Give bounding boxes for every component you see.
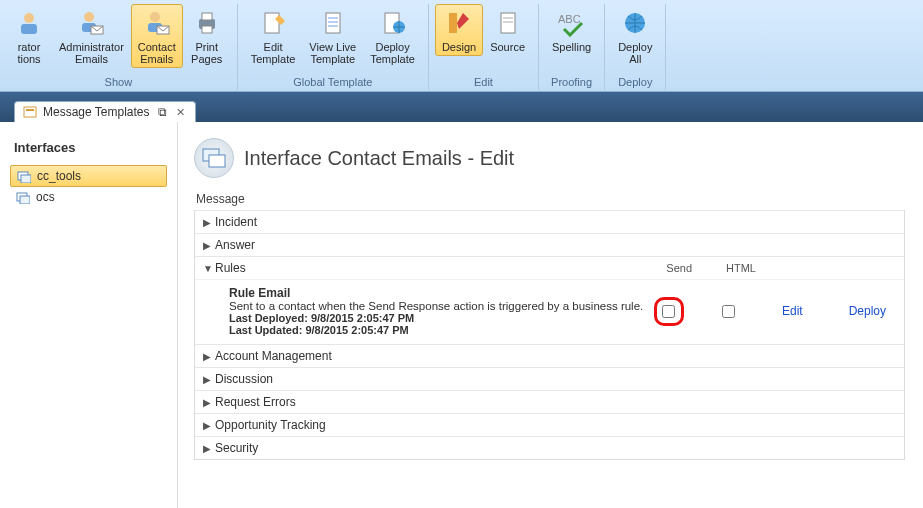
ribbon-group-label: Proofing — [551, 76, 592, 90]
ribbon-group-deploy: DeployAll Deploy — [605, 4, 666, 90]
doc-lines-icon — [317, 7, 349, 39]
rule-email-row: Rule Email Sent to a contact when the Se… — [195, 279, 904, 344]
svg-point-0 — [24, 13, 34, 23]
rule-updated: Last Updated: 9/8/2015 2:05:47 PM — [229, 324, 654, 336]
ribbon-btn-edit-template[interactable]: EditTemplate — [244, 4, 303, 68]
sidebar: Interfaces cc_tools ocs — [0, 122, 178, 508]
category-account-management[interactable]: ▶ Account Management — [195, 344, 904, 367]
ribbon-group-edit: Design Source Edit — [429, 4, 539, 90]
sidebar-item-label: ocs — [36, 190, 55, 204]
send-checkbox-highlight — [654, 297, 684, 326]
rule-deployed: Last Deployed: 9/8/2015 2:05:47 PM — [229, 312, 654, 324]
message-panel: ▶ Incident ▶ Answer ▼ Rules Send HTML Ru… — [194, 210, 905, 460]
sidebar-item-ocs[interactable]: ocs — [10, 187, 167, 207]
ribbon-btn-design[interactable]: Design — [435, 4, 483, 56]
svg-text:ABC: ABC — [558, 13, 581, 25]
svg-rect-29 — [20, 196, 30, 204]
deploy-link[interactable]: Deploy — [841, 304, 894, 318]
svg-rect-12 — [326, 13, 340, 33]
ribbon-group-label: Deploy — [618, 76, 652, 90]
printer-icon — [191, 7, 223, 39]
ribbon-btn-rator-tions[interactable]: ratortions — [6, 4, 52, 68]
rule-desc: Sent to a contact when the Send Response… — [229, 300, 654, 312]
page-title: Interface Contact Emails - Edit — [244, 147, 514, 170]
svg-point-2 — [84, 12, 94, 22]
content-area: Interfaces cc_tools ocs Interface Contac… — [0, 122, 923, 508]
svg-rect-27 — [21, 175, 31, 183]
ribbon-btn-deploy-template[interactable]: DeployTemplate — [363, 4, 422, 68]
tab-label: Message Templates — [43, 105, 150, 119]
chevron-right-icon: ▶ — [203, 217, 215, 228]
ribbon-btn-source[interactable]: Source — [483, 4, 532, 56]
category-opportunity-tracking[interactable]: ▶ Opportunity Tracking — [195, 413, 904, 436]
category-discussion[interactable]: ▶ Discussion — [195, 367, 904, 390]
chevron-right-icon: ▶ — [203, 397, 215, 408]
col-send: Send — [666, 262, 692, 274]
category-incident[interactable]: ▶ Incident — [195, 210, 904, 233]
ribbon-group-label: Show — [105, 76, 133, 90]
ribbon-group-global-template: EditTemplate View LiveTemplate DeployTem… — [238, 4, 429, 90]
sidebar-item-cc-tools[interactable]: cc_tools — [10, 165, 167, 187]
send-checkbox[interactable] — [662, 305, 675, 318]
category-request-errors[interactable]: ▶ Request Errors — [195, 390, 904, 413]
col-html: HTML — [726, 262, 756, 274]
ribbon-btn-spelling[interactable]: ABC Spelling — [545, 4, 598, 56]
edit-link[interactable]: Edit — [774, 304, 811, 318]
html-checkbox-wrap — [714, 305, 744, 318]
svg-rect-18 — [449, 13, 457, 33]
ribbon: ratortions AdministratorEmails ContactEm… — [0, 0, 923, 92]
sidebar-item-label: cc_tools — [37, 169, 81, 183]
chevron-right-icon: ▶ — [203, 240, 215, 251]
html-checkbox[interactable] — [722, 305, 735, 318]
person-mail-icon — [75, 7, 107, 39]
category-security[interactable]: ▶ Security — [195, 436, 904, 459]
svg-rect-19 — [501, 13, 515, 33]
abc-check-icon: ABC — [556, 7, 588, 39]
page-header: Interface Contact Emails - Edit — [194, 138, 905, 178]
doc-icon — [492, 7, 524, 39]
design-tools-icon — [443, 7, 475, 39]
ribbon-btn-view-live-template[interactable]: View LiveTemplate — [302, 4, 363, 68]
ribbon-btn-admin-emails[interactable]: AdministratorEmails — [52, 4, 131, 68]
page-header-icon — [194, 138, 234, 178]
section-label: Message — [196, 192, 905, 206]
doc-pencil-icon — [257, 7, 289, 39]
person-icon — [13, 7, 45, 39]
svg-rect-31 — [209, 155, 225, 167]
svg-rect-10 — [202, 26, 212, 33]
svg-rect-25 — [26, 109, 34, 111]
ribbon-group-label: Edit — [474, 76, 493, 90]
tab-message-templates[interactable]: Message Templates ⧉ ✕ — [14, 101, 196, 122]
rule-text: Rule Email Sent to a contact when the Se… — [229, 286, 654, 336]
interface-icon — [17, 169, 31, 183]
category-answer[interactable]: ▶ Answer — [195, 233, 904, 256]
sidebar-title: Interfaces — [10, 140, 167, 155]
column-headers: Send HTML — [666, 262, 896, 274]
chevron-down-icon: ▼ — [203, 263, 215, 274]
ribbon-group-proofing: ABC Spelling Proofing — [539, 4, 605, 90]
document-tab-bar: Message Templates ⧉ ✕ — [0, 92, 923, 122]
chevron-right-icon: ▶ — [203, 443, 215, 454]
person-mail-icon — [141, 7, 173, 39]
ribbon-btn-contact-emails[interactable]: ContactEmails — [131, 4, 183, 68]
chevron-right-icon: ▶ — [203, 374, 215, 385]
svg-rect-24 — [24, 107, 36, 117]
category-rules[interactable]: ▼ Rules Send HTML — [195, 256, 904, 279]
svg-point-5 — [150, 12, 160, 22]
svg-rect-1 — [21, 24, 37, 34]
globe-icon — [619, 7, 651, 39]
rule-title: Rule Email — [229, 286, 654, 300]
svg-rect-9 — [202, 13, 212, 20]
ribbon-btn-deploy-all[interactable]: DeployAll — [611, 4, 659, 68]
ribbon-group-label: Global Template — [293, 76, 372, 90]
close-icon[interactable]: ✕ — [176, 106, 185, 119]
svg-rect-11 — [265, 13, 279, 33]
template-icon — [23, 105, 37, 119]
doc-globe-icon — [377, 7, 409, 39]
ribbon-btn-print-pages[interactable]: PrintPages — [183, 4, 231, 68]
chevron-right-icon: ▶ — [203, 351, 215, 362]
interface-icon — [16, 190, 30, 204]
chevron-right-icon: ▶ — [203, 420, 215, 431]
ribbon-group-show: ratortions AdministratorEmails ContactEm… — [0, 4, 238, 90]
popout-icon[interactable]: ⧉ — [156, 105, 170, 119]
